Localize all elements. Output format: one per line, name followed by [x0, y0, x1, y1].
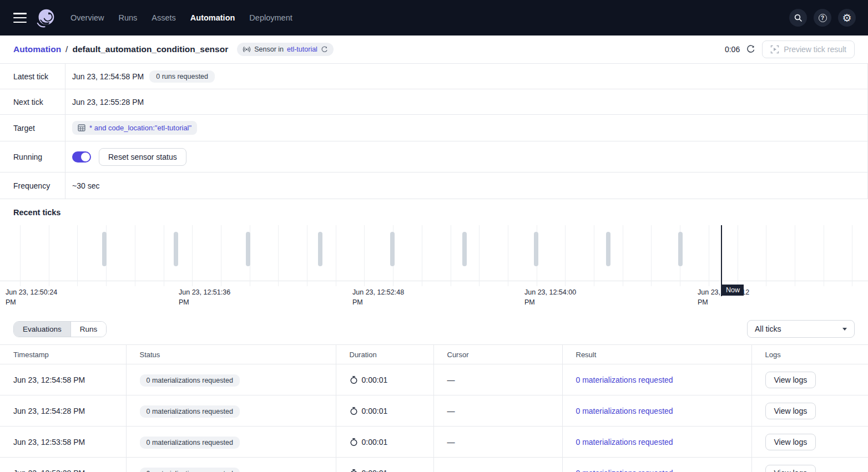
duration-value: 0:00:01 [362, 438, 388, 446]
breadcrumb-sensor-name: default_automation_condition_sensor [72, 44, 228, 54]
sensor-icon [243, 45, 251, 53]
recent-ticks-timeline: Jun 23, 12:50:24 PMJun 23, 12:51:36 PMJu… [0, 225, 868, 308]
duration-value: 0:00:01 [362, 469, 388, 472]
tick-bar[interactable] [462, 232, 467, 266]
result-link[interactable]: 0 materializations requested [576, 375, 673, 384]
reload-location-icon[interactable] [321, 46, 328, 53]
timeline-axis-label: Jun 23, 12:50:24 PM [6, 287, 68, 307]
table-row: Jun 23, 12:54:28 PM0 materializations re… [0, 395, 868, 427]
ticks-filter-select[interactable]: All ticks [747, 320, 855, 338]
tick-bar[interactable] [318, 232, 322, 266]
result-link[interactable]: 0 materializations requested [576, 438, 673, 446]
col-cursor: Cursor [433, 345, 562, 364]
timeline-gridline [49, 225, 49, 286]
cell-cursor: — [433, 395, 562, 427]
cell-cursor: — [433, 458, 562, 472]
evaluations-runs-tabs: Evaluations Runs [13, 321, 107, 337]
breadcrumb-separator: / [65, 44, 68, 54]
tab-runs[interactable]: Runs [70, 322, 107, 337]
search-icon [794, 13, 803, 22]
cell-timestamp: Jun 23, 12:54:28 PM [0, 395, 126, 427]
tick-bar[interactable] [390, 232, 395, 266]
timeline-axis-label: Jun 23, 12:52:48 PM [352, 287, 415, 307]
col-timestamp: Timestamp [0, 345, 126, 364]
tick-bar[interactable] [246, 232, 250, 266]
latest-tick-row: Latest tick Jun 23, 12:54:58 PM 0 runs r… [0, 64, 868, 89]
nav-item-automation[interactable]: Automation [190, 13, 235, 22]
sensor-details: Latest tick Jun 23, 12:54:58 PM 0 runs r… [0, 64, 868, 199]
result-link[interactable]: 0 materializations requested [576, 407, 673, 415]
target-selection-chip[interactable]: * and code_location:"etl-tutorial" [72, 121, 197, 135]
primary-nav: Overview Runs Assets Automation Deployme… [70, 13, 292, 22]
stopwatch-icon [350, 375, 358, 384]
table-header-row: Timestamp Status Duration Cursor Result … [0, 345, 868, 364]
stopwatch-icon [350, 407, 358, 415]
timeline-gridline [651, 225, 652, 286]
reset-sensor-status-button[interactable]: Reset sensor status [99, 148, 186, 166]
timeline-gridline [364, 225, 365, 286]
search-button[interactable] [789, 9, 807, 27]
timeline-gridline [77, 225, 78, 286]
timeline-gridline [738, 225, 738, 286]
timeline-gridline [164, 225, 164, 286]
help-icon: ? [819, 14, 827, 22]
next-tick-row: Next tick Jun 23, 12:55:28 PM [0, 89, 868, 115]
timeline-gridline [192, 225, 193, 286]
view-logs-button[interactable]: View logs [765, 403, 816, 419]
tick-countdown: 0:06 [725, 45, 740, 54]
view-logs-button[interactable]: View logs [765, 465, 816, 472]
latest-tick-value: Jun 23, 12:54:58 PM [72, 72, 144, 81]
gear-icon: ⚙ [842, 13, 851, 23]
frequency-value: ~30 sec [72, 181, 99, 190]
help-button[interactable]: ? [814, 9, 831, 27]
hamburger-menu-icon[interactable] [13, 13, 27, 23]
tab-evaluations[interactable]: Evaluations [14, 322, 70, 337]
timeline-gridline [594, 225, 594, 286]
view-logs-button[interactable]: View logs [765, 372, 816, 388]
running-toggle[interactable] [72, 151, 91, 163]
timeline-axis-label: Jun 23, 12:51:36 PM [179, 287, 241, 307]
dagster-logo[interactable] [36, 8, 56, 28]
settings-button[interactable]: ⚙ [838, 9, 856, 27]
cell-timestamp: Jun 23, 12:53:28 PM [0, 458, 126, 472]
tick-bar[interactable] [102, 232, 107, 266]
tick-bar[interactable] [678, 232, 683, 266]
timeline-gridline [852, 225, 852, 286]
nav-item-deployment[interactable]: Deployment [249, 13, 292, 22]
view-logs-button[interactable]: View logs [765, 434, 816, 450]
nav-item-assets[interactable]: Assets [152, 13, 176, 22]
tick-bar[interactable] [606, 232, 610, 266]
table-row: Jun 23, 12:53:58 PM0 materializations re… [0, 427, 868, 458]
nav-item-runs[interactable]: Runs [118, 13, 137, 22]
sensor-location-badge: Sensor in etl-tutorial [237, 43, 334, 56]
timeline-gridline [422, 225, 422, 286]
status-badge: 0 materializations requested [140, 374, 240, 387]
stopwatch-icon [350, 469, 358, 472]
timeline-gridline [221, 225, 221, 286]
tick-bar[interactable] [534, 232, 538, 266]
code-location-link[interactable]: etl-tutorial [287, 45, 317, 53]
nav-item-overview[interactable]: Overview [70, 13, 104, 22]
cell-timestamp: Jun 23, 12:53:58 PM [0, 427, 126, 458]
preview-icon [770, 45, 779, 54]
latest-tick-label: Latest tick [0, 64, 65, 89]
status-badge: 0 materializations requested [140, 405, 240, 418]
table-row: Jun 23, 12:54:58 PM0 materializations re… [0, 364, 868, 395]
timeline-gridline [336, 225, 336, 286]
preview-tick-result-button[interactable]: Preview tick result [762, 40, 855, 58]
timeline-gridline [278, 225, 279, 286]
asset-table-icon [78, 124, 85, 131]
cell-cursor: — [433, 364, 562, 395]
target-row: Target * and code_location:"etl-tutorial… [0, 115, 868, 141]
breadcrumb-automation-link[interactable]: Automation [13, 44, 61, 54]
tick-bar[interactable] [174, 232, 178, 266]
frequency-label: Frequency [0, 172, 65, 199]
timeline-gridline [565, 225, 566, 286]
sensor-badge-prefix: Sensor in [254, 45, 284, 53]
now-marker-badge: Now [722, 285, 744, 296]
refresh-icon[interactable] [746, 45, 755, 54]
timeline-gridline [135, 225, 135, 286]
running-row: Running Reset sensor status [0, 141, 868, 172]
result-link[interactable]: 0 materializations requested [576, 469, 673, 472]
chevron-down-icon [842, 328, 847, 331]
